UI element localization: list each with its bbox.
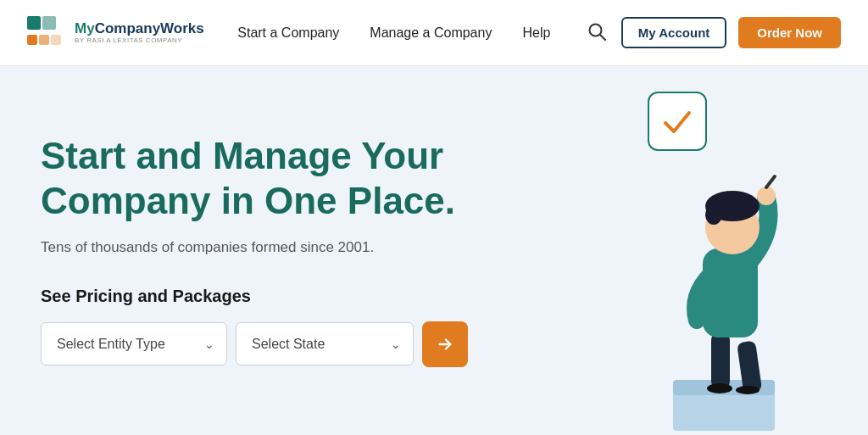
person-illustration [571,79,826,435]
main-nav: Start a Company Manage a Company Help [237,25,550,41]
hero-section: Start and Manage Your Company in One Pla… [0,66,868,435]
logo-icon [27,16,66,50]
entity-type-select[interactable]: Select Entity Type LLC Corporation Nonpr… [42,323,226,365]
svg-line-18 [766,176,775,187]
svg-rect-2 [27,35,37,45]
svg-rect-0 [27,16,41,30]
svg-rect-9 [711,333,730,388]
nav-help[interactable]: Help [522,25,550,41]
logo-area: MyCompanyWorks BY RASI A LEXITAS COMPANY [27,16,204,50]
hero-title: Start and Manage Your Company in One Pla… [41,134,515,224]
svg-point-11 [707,383,732,393]
nav-manage-company[interactable]: Manage a Company [370,25,492,41]
nav-actions: My Account Order Now [584,17,841,48]
svg-point-14 [757,187,776,205]
pricing-label: See Pricing and Packages [41,287,515,306]
hero-content: Start and Manage Your Company in One Pla… [41,134,515,401]
hero-illustration [571,79,826,435]
hero-subtitle: Tens of thousands of companies formed si… [41,239,515,256]
nav-start-company[interactable]: Start a Company [237,25,339,41]
pricing-form: Select Entity Type LLC Corporation Nonpr… [41,321,515,367]
go-button[interactable] [422,321,468,367]
entity-type-wrapper: Select Entity Type LLC Corporation Nonpr… [41,322,227,365]
header: MyCompanyWorks BY RASI A LEXITAS COMPANY… [0,0,868,66]
order-now-button[interactable]: Order Now [738,17,841,48]
svg-rect-1 [42,16,56,30]
arrow-right-icon [436,335,454,354]
state-wrapper: Select State Alabama Alaska Arizona Cali… [236,322,414,365]
svg-line-6 [600,35,605,40]
search-button[interactable] [584,19,609,47]
logo-sub: BY RASI A LEXITAS COMPANY [75,36,204,44]
search-icon [587,22,606,41]
logo-text: MyCompanyWorks BY RASI A LEXITAS COMPANY [75,21,204,45]
svg-point-12 [736,386,760,394]
svg-point-17 [705,204,722,225]
logo-brand: MyCompanyWorks [75,21,204,37]
svg-rect-4 [51,35,61,45]
state-select[interactable]: Select State Alabama Alaska Arizona Cali… [236,323,413,365]
svg-rect-3 [39,35,49,45]
my-account-button[interactable]: My Account [621,17,726,48]
